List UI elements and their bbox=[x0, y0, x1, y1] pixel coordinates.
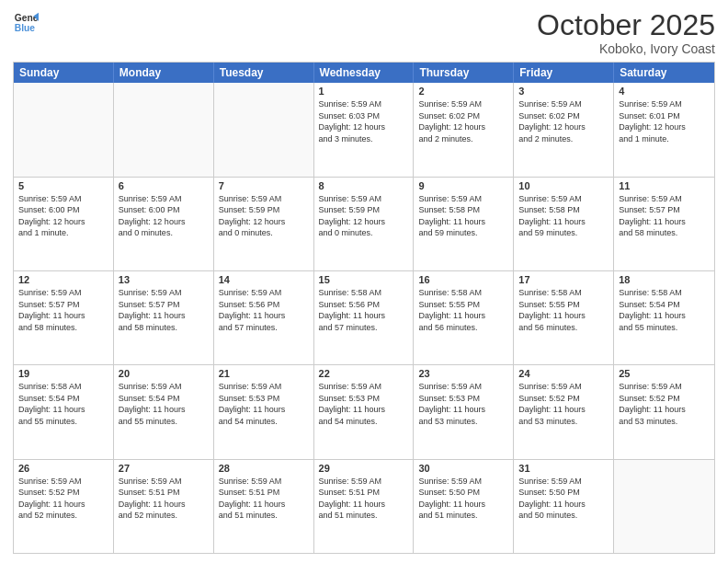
day-number: 28 bbox=[219, 463, 309, 474]
day-number: 3 bbox=[518, 86, 609, 97]
calendar-cell: 23Sunrise: 5:59 AM Sunset: 5:53 PM Dayli… bbox=[414, 365, 514, 458]
weekday-header-thursday: Thursday bbox=[414, 63, 514, 83]
day-number: 26 bbox=[18, 463, 108, 474]
day-number: 9 bbox=[418, 180, 508, 191]
calendar-cell: 28Sunrise: 5:59 AM Sunset: 5:51 PM Dayli… bbox=[214, 460, 314, 553]
calendar-cell: 10Sunrise: 5:59 AM Sunset: 5:58 PM Dayli… bbox=[514, 178, 614, 270]
cell-info: Sunrise: 5:58 AM Sunset: 5:55 PM Dayligh… bbox=[518, 287, 609, 333]
day-number: 21 bbox=[219, 368, 309, 379]
calendar-cell: 7Sunrise: 5:59 AM Sunset: 5:59 PM Daylig… bbox=[214, 178, 314, 270]
calendar-cell: 17Sunrise: 5:58 AM Sunset: 5:55 PM Dayli… bbox=[514, 271, 614, 364]
calendar-cell: 15Sunrise: 5:58 AM Sunset: 5:56 PM Dayli… bbox=[314, 271, 415, 364]
cell-info: Sunrise: 5:59 AM Sunset: 5:53 PM Dayligh… bbox=[319, 381, 409, 427]
day-number: 17 bbox=[518, 274, 609, 285]
logo-icon: General Blue bbox=[13, 9, 39, 35]
day-number: 12 bbox=[18, 274, 108, 285]
day-number: 2 bbox=[418, 86, 508, 97]
calendar-cell: 16Sunrise: 5:58 AM Sunset: 5:55 PM Dayli… bbox=[414, 271, 514, 364]
day-number: 27 bbox=[119, 463, 209, 474]
calendar-cell bbox=[614, 460, 714, 553]
day-number: 29 bbox=[319, 463, 409, 474]
cell-info: Sunrise: 5:59 AM Sunset: 6:02 PM Dayligh… bbox=[418, 98, 508, 144]
day-number: 25 bbox=[619, 368, 710, 379]
cell-info: Sunrise: 5:59 AM Sunset: 5:52 PM Dayligh… bbox=[619, 381, 710, 427]
cell-info: Sunrise: 5:59 AM Sunset: 6:03 PM Dayligh… bbox=[319, 98, 409, 144]
calendar-row-3: 19Sunrise: 5:58 AM Sunset: 5:54 PM Dayli… bbox=[14, 365, 714, 459]
day-number: 20 bbox=[119, 368, 209, 379]
calendar-cell: 18Sunrise: 5:58 AM Sunset: 5:54 PM Dayli… bbox=[614, 271, 714, 364]
calendar-cell: 27Sunrise: 5:59 AM Sunset: 5:51 PM Dayli… bbox=[114, 460, 214, 553]
calendar-cell: 1Sunrise: 5:59 AM Sunset: 6:03 PM Daylig… bbox=[314, 83, 415, 176]
cell-info: Sunrise: 5:59 AM Sunset: 5:59 PM Dayligh… bbox=[219, 193, 309, 239]
calendar-cell bbox=[114, 83, 214, 176]
calendar-cell: 2Sunrise: 5:59 AM Sunset: 6:02 PM Daylig… bbox=[414, 83, 514, 176]
svg-text:General: General bbox=[15, 13, 39, 23]
calendar-cell: 25Sunrise: 5:59 AM Sunset: 5:52 PM Dayli… bbox=[614, 365, 714, 458]
cell-info: Sunrise: 5:59 AM Sunset: 5:51 PM Dayligh… bbox=[219, 476, 309, 522]
day-number: 5 bbox=[18, 180, 108, 191]
cell-info: Sunrise: 5:59 AM Sunset: 6:00 PM Dayligh… bbox=[119, 193, 209, 239]
calendar-cell: 5Sunrise: 5:59 AM Sunset: 6:00 PM Daylig… bbox=[14, 178, 114, 270]
svg-text:Blue: Blue bbox=[15, 23, 36, 33]
calendar-cell: 6Sunrise: 5:59 AM Sunset: 6:00 PM Daylig… bbox=[114, 178, 214, 270]
cell-info: Sunrise: 5:59 AM Sunset: 5:59 PM Dayligh… bbox=[319, 193, 409, 239]
day-number: 10 bbox=[518, 180, 609, 191]
location: Koboko, Ivory Coast bbox=[537, 41, 715, 56]
calendar-cell: 24Sunrise: 5:59 AM Sunset: 5:52 PM Dayli… bbox=[514, 365, 614, 458]
day-number: 4 bbox=[619, 86, 710, 97]
calendar-row-0: 1Sunrise: 5:59 AM Sunset: 6:03 PM Daylig… bbox=[14, 83, 714, 177]
day-number: 31 bbox=[518, 463, 609, 474]
header: General Blue October 2025 Koboko, Ivory … bbox=[13, 9, 715, 56]
calendar-cell: 14Sunrise: 5:59 AM Sunset: 5:56 PM Dayli… bbox=[214, 271, 314, 364]
day-number: 30 bbox=[418, 463, 508, 474]
calendar-cell: 8Sunrise: 5:59 AM Sunset: 5:59 PM Daylig… bbox=[314, 178, 415, 270]
cell-info: Sunrise: 5:58 AM Sunset: 5:54 PM Dayligh… bbox=[18, 381, 108, 427]
calendar-cell bbox=[14, 83, 114, 176]
calendar-row-1: 5Sunrise: 5:59 AM Sunset: 6:00 PM Daylig… bbox=[14, 178, 714, 271]
calendar: SundayMondayTuesdayWednesdayThursdayFrid… bbox=[13, 62, 715, 554]
weekday-header-friday: Friday bbox=[514, 63, 614, 83]
calendar-cell: 20Sunrise: 5:59 AM Sunset: 5:54 PM Dayli… bbox=[114, 365, 214, 458]
cell-info: Sunrise: 5:58 AM Sunset: 5:56 PM Dayligh… bbox=[319, 287, 409, 333]
cell-info: Sunrise: 5:59 AM Sunset: 5:52 PM Dayligh… bbox=[518, 381, 609, 427]
cell-info: Sunrise: 5:59 AM Sunset: 6:02 PM Dayligh… bbox=[518, 98, 609, 144]
calendar-cell: 31Sunrise: 5:59 AM Sunset: 5:50 PM Dayli… bbox=[514, 460, 614, 553]
calendar-header: SundayMondayTuesdayWednesdayThursdayFrid… bbox=[14, 63, 714, 83]
day-number: 14 bbox=[219, 274, 309, 285]
calendar-cell: 4Sunrise: 5:59 AM Sunset: 6:01 PM Daylig… bbox=[614, 83, 714, 176]
day-number: 1 bbox=[319, 86, 409, 97]
calendar-cell: 30Sunrise: 5:59 AM Sunset: 5:50 PM Dayli… bbox=[414, 460, 514, 553]
cell-info: Sunrise: 5:58 AM Sunset: 5:55 PM Dayligh… bbox=[418, 287, 508, 333]
calendar-cell: 29Sunrise: 5:59 AM Sunset: 5:51 PM Dayli… bbox=[314, 460, 415, 553]
calendar-cell: 22Sunrise: 5:59 AM Sunset: 5:53 PM Dayli… bbox=[314, 365, 415, 458]
cell-info: Sunrise: 5:59 AM Sunset: 5:54 PM Dayligh… bbox=[119, 381, 209, 427]
cell-info: Sunrise: 5:59 AM Sunset: 5:58 PM Dayligh… bbox=[518, 193, 609, 239]
weekday-header-tuesday: Tuesday bbox=[214, 63, 314, 83]
cell-info: Sunrise: 5:58 AM Sunset: 5:54 PM Dayligh… bbox=[619, 287, 710, 333]
calendar-row-2: 12Sunrise: 5:59 AM Sunset: 5:57 PM Dayli… bbox=[14, 271, 714, 365]
weekday-header-sunday: Sunday bbox=[14, 63, 114, 83]
calendar-cell: 19Sunrise: 5:58 AM Sunset: 5:54 PM Dayli… bbox=[14, 365, 114, 458]
page: General Blue October 2025 Koboko, Ivory … bbox=[0, 0, 728, 563]
cell-info: Sunrise: 5:59 AM Sunset: 5:57 PM Dayligh… bbox=[18, 287, 108, 333]
calendar-body: 1Sunrise: 5:59 AM Sunset: 6:03 PM Daylig… bbox=[14, 83, 714, 553]
cell-info: Sunrise: 5:59 AM Sunset: 5:53 PM Dayligh… bbox=[219, 381, 309, 427]
weekday-header-saturday: Saturday bbox=[614, 63, 714, 83]
day-number: 15 bbox=[319, 274, 409, 285]
calendar-cell: 9Sunrise: 5:59 AM Sunset: 5:58 PM Daylig… bbox=[414, 178, 514, 270]
calendar-cell: 13Sunrise: 5:59 AM Sunset: 5:57 PM Dayli… bbox=[114, 271, 214, 364]
day-number: 13 bbox=[119, 274, 209, 285]
cell-info: Sunrise: 5:59 AM Sunset: 5:50 PM Dayligh… bbox=[418, 476, 508, 522]
day-number: 11 bbox=[619, 180, 710, 191]
day-number: 6 bbox=[119, 180, 209, 191]
day-number: 19 bbox=[18, 368, 108, 379]
cell-info: Sunrise: 5:59 AM Sunset: 5:56 PM Dayligh… bbox=[219, 287, 309, 333]
calendar-cell: 21Sunrise: 5:59 AM Sunset: 5:53 PM Dayli… bbox=[214, 365, 314, 458]
title-block: October 2025 Koboko, Ivory Coast bbox=[537, 9, 715, 56]
weekday-header-wednesday: Wednesday bbox=[314, 63, 415, 83]
day-number: 18 bbox=[619, 274, 710, 285]
cell-info: Sunrise: 5:59 AM Sunset: 5:50 PM Dayligh… bbox=[518, 476, 609, 522]
day-number: 8 bbox=[319, 180, 409, 191]
cell-info: Sunrise: 5:59 AM Sunset: 5:51 PM Dayligh… bbox=[319, 476, 409, 522]
calendar-cell bbox=[214, 83, 314, 176]
